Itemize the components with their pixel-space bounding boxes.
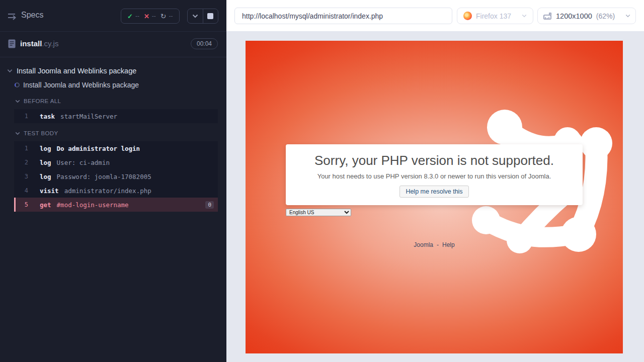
spec-name-ext: .cy.js [42, 39, 58, 48]
command-number: 5 [16, 201, 28, 208]
specs-list-toggle-icon[interactable] [7, 11, 18, 21]
command-message: Do administrator login [57, 145, 140, 152]
test-title: Install Joomla and Weblinks package [23, 81, 139, 89]
section-label: TEST BODY [24, 130, 58, 136]
viewport-zoom-label: (62%) [596, 12, 615, 20]
command-message: User: ci-admin [57, 159, 110, 166]
command-row-active[interactable]: 5 get #mod-login-username 0 [14, 198, 218, 212]
command-method: task [40, 113, 55, 120]
command-row[interactable]: 4 visit administrator/index.php [14, 184, 218, 198]
command-method: get [40, 201, 51, 209]
chevron-down-icon [192, 14, 198, 18]
php-error-card: Sorry, your PHP version is not supported… [286, 144, 583, 205]
help-link[interactable]: Help [442, 241, 455, 248]
section-label: BEFORE ALL [24, 98, 61, 104]
test-tree: Install Joomla and Weblinks package Inst… [0, 57, 226, 212]
spec-duration-badge: 00:04 [191, 38, 218, 49]
command-number: 2 [14, 159, 28, 166]
before-all-commands: 1 task startMailServer [14, 109, 218, 123]
cypress-reporter-sidebar: Specs ✓ -- ✕ -- ↻ -- [0, 0, 226, 362]
check-icon: ✓ [127, 13, 133, 20]
run-controls [187, 9, 218, 24]
error-subtitle: Your host needs to use PHP version 8.3.0… [286, 172, 583, 180]
command-number: 1 [14, 113, 28, 120]
command-method: log [40, 145, 51, 152]
before-all-section[interactable]: BEFORE ALL [0, 95, 226, 107]
aut-stage: Sorry, your PHP version is not supported… [226, 32, 644, 362]
command-row[interactable]: 1 log Do administrator login [14, 141, 218, 155]
stat-passed: ✓ -- [127, 13, 139, 20]
command-number: 3 [14, 173, 28, 180]
test-body-section[interactable]: TEST BODY [0, 127, 226, 139]
command-row[interactable]: 1 task startMailServer [14, 109, 218, 123]
pending-count: -- [169, 13, 173, 20]
specs-title: Specs [21, 11, 43, 20]
command-method: log [40, 159, 51, 166]
command-number: 4 [14, 187, 28, 194]
chevron-down-icon [625, 14, 630, 18]
test-row[interactable]: Install Joomla and Weblinks package [0, 78, 226, 92]
help-resolve-button[interactable]: Help me resolve this [399, 186, 468, 198]
command-number: 1 [14, 145, 28, 152]
restart-icon: ↻ [160, 12, 167, 20]
passed-count: -- [135, 13, 139, 20]
stop-run-button[interactable] [203, 9, 218, 23]
stat-pending: ↻ -- [160, 12, 173, 20]
chevron-down-icon [7, 69, 13, 73]
aut-iframe: Sorry, your PHP version is not supported… [246, 41, 623, 353]
language-select[interactable]: English US [286, 209, 351, 216]
chevron-down-icon [522, 14, 527, 18]
command-method: visit [40, 187, 59, 195]
command-message: Password: joomla-17082005 [57, 173, 151, 180]
test-stats: ✓ -- ✕ -- ↻ -- [121, 9, 180, 24]
suite-row[interactable]: Install Joomla and Weblinks package [0, 64, 226, 77]
app-footer: Joomla-Help [246, 241, 623, 248]
command-row[interactable]: 3 log Password: joomla-17082005 [14, 169, 218, 184]
running-spinner-icon [15, 82, 20, 87]
ruler-icon [543, 12, 552, 21]
failed-count: -- [152, 13, 156, 20]
aut-toolbar: Firefox 137 1200x1000 (62%) [226, 0, 644, 32]
command-row[interactable]: 2 log User: ci-admin [14, 155, 218, 169]
url-input[interactable] [234, 8, 452, 24]
collapse-all-button[interactable] [188, 9, 203, 23]
footer-separator: - [437, 241, 439, 248]
spec-name-main: install [20, 39, 42, 48]
joomla-link[interactable]: Joomla [414, 241, 433, 248]
stop-icon [207, 13, 213, 19]
suite-title: Install Joomla and Weblinks package [17, 67, 136, 75]
chevron-down-icon [15, 100, 20, 103]
test-body-commands: 1 log Do administrator login 2 log User:… [14, 141, 218, 212]
spec-file-row[interactable]: install.cy.js 00:04 [0, 32, 226, 57]
command-message: #mod-login-username [57, 201, 129, 209]
error-title: Sorry, your PHP version is not supported… [286, 153, 583, 168]
browser-label: Firefox 137 [476, 12, 511, 20]
stat-failed: ✕ -- [144, 13, 156, 20]
viewport-size-label: 1200x1000 [556, 12, 592, 20]
spec-file-name: install.cy.js [20, 39, 58, 48]
command-method: log [40, 173, 51, 180]
spec-file-icon [8, 39, 16, 48]
command-message: startMailServer [60, 113, 117, 120]
chevron-down-icon [15, 132, 20, 135]
specs-header: Specs ✓ -- ✕ -- ↻ -- [0, 0, 226, 32]
viewport-selector[interactable]: 1200x1000 (62%) [537, 8, 636, 24]
browser-selector[interactable]: Firefox 137 [457, 8, 533, 24]
element-count-badge: 0 [205, 201, 214, 209]
firefox-icon [463, 12, 472, 20]
command-message: administrator/index.php [64, 187, 151, 195]
x-icon: ✕ [144, 13, 149, 20]
